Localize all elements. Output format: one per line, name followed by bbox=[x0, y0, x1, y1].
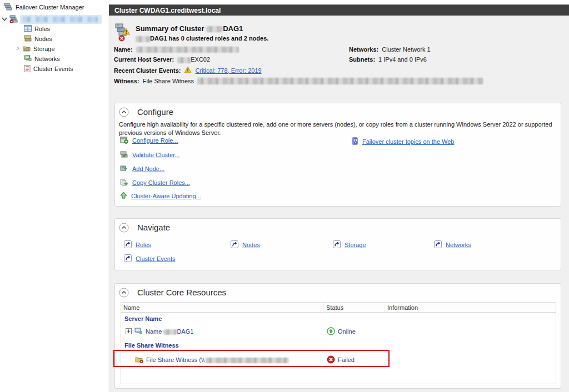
witness-row-name: File Share Witness (\\ bbox=[146, 356, 289, 363]
copy-cluster-roles-link-row: Copy Cluster Roles... bbox=[120, 178, 190, 188]
summary-subnets-row: Subnets: 1 IPv4 and 0 IPv6 bbox=[349, 56, 427, 63]
chevron-down-icon[interactable] bbox=[1, 16, 8, 23]
navigate-arrow-icon bbox=[231, 240, 238, 249]
cluster-aware-updating-link[interactable]: Cluster-Aware Updating... bbox=[131, 193, 201, 199]
panel-title-bar: Cluster CWDAG1.creditwest.local bbox=[109, 4, 569, 16]
cluster-aware-updating-icon bbox=[120, 192, 127, 200]
table-row-server-name[interactable]: Name DAG1 Online bbox=[121, 326, 556, 337]
add-node-icon bbox=[120, 165, 128, 173]
redacted-cluster-prefix bbox=[206, 26, 223, 32]
sidebar-item-root[interactable]: Failover Cluster Manager bbox=[4, 2, 84, 12]
expand-plus-icon[interactable] bbox=[126, 328, 132, 335]
sidebar-item-nodes[interactable]: Nodes bbox=[24, 34, 52, 44]
warning-icon bbox=[184, 66, 192, 74]
navigate-arrow-icon bbox=[124, 254, 132, 263]
add-node-link[interactable]: Add Node... bbox=[132, 165, 164, 172]
navigate-storage-row: Storage bbox=[333, 240, 366, 250]
validate-cluster-icon bbox=[120, 151, 128, 159]
chevron-right-icon[interactable] bbox=[15, 45, 21, 53]
navigate-arrow-icon bbox=[333, 240, 341, 249]
sidebar-root-label: Failover Cluster Manager bbox=[16, 4, 84, 11]
group-header-server-name: Server Name bbox=[124, 315, 162, 322]
resources-table: Name Status Information Server Name Name… bbox=[121, 302, 556, 384]
redacted-cluster-prefix bbox=[136, 36, 150, 42]
failover-cluster-manager-icon bbox=[4, 3, 13, 12]
name-label: Name: bbox=[114, 46, 133, 53]
top-strip bbox=[109, 0, 569, 4]
column-header-information[interactable]: Information bbox=[385, 303, 556, 313]
collapse-resources-button[interactable] bbox=[119, 288, 129, 298]
help-book-icon bbox=[351, 137, 358, 146]
redacted-host-prefix bbox=[177, 57, 191, 63]
navigate-arrow-icon bbox=[434, 240, 442, 249]
summary-host-row: Current Host Server: EXC02 bbox=[114, 56, 210, 63]
configure-role-link-row: Configure Role... bbox=[120, 135, 178, 145]
navigate-nodes-row: Nodes bbox=[231, 240, 260, 250]
navigate-roles-row: Roles bbox=[124, 240, 151, 250]
configure-role-link[interactable]: Configure Role... bbox=[132, 137, 178, 144]
sidebar-item-label: Cluster Events bbox=[33, 66, 73, 72]
roles-icon bbox=[24, 25, 32, 33]
storage-icon bbox=[23, 45, 31, 53]
summary-events-row: Recent Cluster Events: Critical: 778, Er… bbox=[114, 66, 262, 74]
selected-cluster-name-redacted bbox=[20, 15, 102, 24]
host-label: Current Host Server: bbox=[114, 56, 174, 63]
summary-witness-row: Witness: File Share Witness bbox=[114, 78, 483, 84]
networks-value: Cluster Network 1 bbox=[382, 46, 430, 53]
navigate-section: Navigate Roles Nodes Storage Networks bbox=[114, 218, 561, 270]
failover-topics-web-link[interactable]: Failover cluster topics on the Web bbox=[362, 138, 454, 145]
sidebar-tree: Failover Cluster Manager Roles Nodes Sto… bbox=[0, 0, 108, 392]
sidebar-item-label: Roles bbox=[34, 26, 50, 32]
sidebar-item-storage[interactable]: Storage bbox=[15, 44, 55, 54]
column-header-status[interactable]: Status bbox=[324, 303, 385, 313]
networks-icon bbox=[24, 55, 32, 63]
redacted-server-prefix bbox=[163, 329, 177, 335]
summary-networks-row: Networks: Cluster Network 1 bbox=[349, 46, 431, 53]
cluster-aware-updating-link-row: Cluster-Aware Updating... bbox=[120, 191, 201, 201]
file-share-witness-icon bbox=[135, 356, 143, 364]
witness-value: File Share Witness bbox=[143, 78, 194, 84]
server-name-resource-icon bbox=[134, 328, 143, 336]
witness-row-status: Failed bbox=[338, 356, 355, 363]
navigate-nodes-link[interactable]: Nodes bbox=[242, 242, 260, 248]
events-label: Recent Cluster Events: bbox=[114, 67, 181, 74]
add-node-link-row: Add Node... bbox=[120, 164, 164, 174]
navigate-cluster-events-row: Cluster Events bbox=[124, 254, 176, 264]
summary-title-suffix: DAG1 bbox=[223, 24, 243, 33]
validate-cluster-link[interactable]: Validate Cluster... bbox=[132, 152, 179, 158]
summary-subtitle-text: DAG1 has 0 clustered roles and 2 nodes. bbox=[150, 35, 268, 42]
redacted-name-value bbox=[136, 47, 239, 53]
sidebar-item-cluster-selected[interactable] bbox=[1, 14, 102, 24]
group-header-file-share-witness: File Share Witness bbox=[124, 342, 179, 349]
main-panel: Cluster CWDAG1.creditwest.local Summary … bbox=[109, 0, 569, 392]
navigate-arrow-icon bbox=[124, 240, 132, 249]
copy-cluster-roles-link[interactable]: Copy Cluster Roles... bbox=[132, 179, 190, 186]
summary-title-prefix: Summary of Cluster bbox=[136, 24, 204, 33]
column-header-name[interactable]: Name bbox=[121, 303, 324, 313]
navigate-roles-link[interactable]: Roles bbox=[136, 242, 151, 248]
table-row-file-share-witness[interactable]: File Share Witness (\\ Failed bbox=[121, 354, 556, 365]
cluster-icon bbox=[9, 15, 18, 24]
sidebar-item-networks[interactable]: Networks bbox=[24, 54, 60, 64]
navigate-cluster-events-link[interactable]: Cluster Events bbox=[136, 255, 176, 262]
failed-status-icon bbox=[327, 355, 335, 365]
resources-title: Cluster Core Resources bbox=[137, 288, 226, 297]
collapse-navigate-button[interactable] bbox=[119, 223, 129, 233]
sidebar-item-roles[interactable]: Roles bbox=[24, 24, 50, 34]
navigate-networks-link[interactable]: Networks bbox=[446, 242, 471, 248]
server-row-status: Online bbox=[338, 328, 356, 335]
sidebar-item-cluster-events[interactable]: Cluster Events bbox=[24, 64, 73, 74]
navigate-networks-row: Networks bbox=[434, 240, 471, 250]
subnets-value: 1 IPv4 and 0 IPv6 bbox=[378, 56, 427, 63]
configure-role-icon bbox=[120, 137, 128, 145]
collapse-configure-button[interactable] bbox=[119, 107, 129, 117]
copy-cluster-roles-icon bbox=[120, 179, 128, 187]
navigate-title: Navigate bbox=[137, 223, 170, 232]
nodes-icon bbox=[24, 35, 32, 43]
recent-events-link[interactable]: Critical: 778, Error: 2019 bbox=[195, 67, 261, 74]
web-help-link-row: Failover cluster topics on the Web bbox=[351, 137, 454, 147]
summary-title: Summary of Cluster DAG1 bbox=[136, 24, 243, 33]
navigate-storage-link[interactable]: Storage bbox=[345, 242, 366, 248]
panel-title: Cluster CWDAG1.creditwest.local bbox=[114, 7, 221, 14]
host-value: EXC02 bbox=[191, 56, 210, 63]
